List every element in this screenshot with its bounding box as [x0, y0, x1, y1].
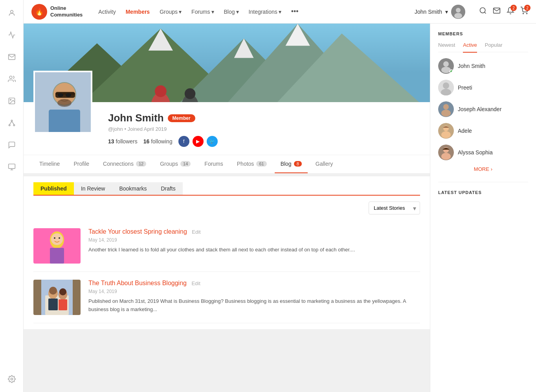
blog-subtabs: Published In Review Bookmarks Drafts	[33, 182, 420, 196]
member-tab-active[interactable]: Active	[463, 42, 477, 53]
blog-post-2-edit[interactable]: Edit	[191, 280, 200, 286]
sidebar-groups-icon[interactable]	[5, 72, 19, 86]
facebook-icon[interactable]: f	[178, 136, 189, 147]
connections-badge: 12	[136, 161, 146, 167]
groups-badge: 14	[180, 161, 191, 167]
twitter-icon[interactable]: 🐦	[207, 136, 218, 147]
svg-rect-53	[48, 299, 58, 310]
logo[interactable]: 🔥 Online Communities	[31, 4, 83, 20]
member-item-preeti[interactable]: Preeti	[438, 80, 528, 95]
nav-user[interactable]: John Smith ▾	[415, 5, 465, 19]
nav-more[interactable]: •••	[291, 7, 299, 16]
sidebar-settings-icon[interactable]	[5, 372, 19, 386]
svg-point-61	[443, 82, 449, 89]
svg-point-40	[66, 93, 71, 97]
subtab-drafts[interactable]: Drafts	[154, 182, 182, 195]
sidebar-divider	[438, 182, 528, 182]
profile-avatar	[33, 71, 92, 134]
forums-chevron-icon: ▾	[211, 9, 214, 15]
nav-groups[interactable]: Groups ▾	[160, 9, 182, 15]
svg-point-15	[454, 13, 462, 18]
notifications-button[interactable]: 2	[507, 7, 514, 16]
tab-gallery[interactable]: Gallery	[310, 155, 339, 173]
member-item-john-smith[interactable]: John Smith	[438, 58, 528, 74]
left-sidebar	[0, 0, 24, 392]
sidebar-monitor-icon[interactable]	[5, 160, 19, 174]
svg-point-14	[456, 8, 461, 13]
member-name-joseph: Joseph Alexander	[458, 106, 501, 112]
top-navigation: 🔥 Online Communities Activity Members Gr…	[24, 0, 536, 24]
member-tab-newest[interactable]: Newest	[438, 42, 455, 48]
blog-section: Published In Review Bookmarks Drafts Lat…	[24, 176, 430, 329]
sidebar-connections-icon[interactable]	[5, 116, 19, 130]
member-avatar-alyssa	[438, 145, 454, 160]
blog-post-2-title[interactable]: The Truth About Business Blogging Edit	[88, 280, 420, 287]
svg-line-7	[9, 121, 12, 125]
svg-point-47	[54, 237, 55, 239]
member-name-preeti: Preeti	[458, 84, 472, 91]
svg-point-18	[523, 13, 524, 14]
sidebar-photo-icon[interactable]	[5, 94, 19, 108]
blog-post-1: Tackle Your closest Spring cleaning Edit…	[33, 220, 420, 272]
svg-point-68	[441, 131, 451, 138]
blog-post-2-content: The Truth About Business Blogging Edit M…	[88, 280, 420, 315]
member-item-alyssa[interactable]: Alyssa Sophia	[438, 145, 528, 160]
nav-forums[interactable]: Forums ▾	[191, 9, 214, 15]
tab-blog[interactable]: Blog 8	[275, 155, 308, 173]
profile-stats: 13 followers 16 following f ▶ 🐦	[108, 136, 420, 147]
blog-post-1-title[interactable]: Tackle Your closest Spring cleaning Edit	[88, 228, 420, 235]
integrations-chevron-icon: ▾	[279, 9, 281, 15]
svg-point-39	[58, 93, 63, 97]
nav-blog[interactable]: Blog ▾	[224, 9, 239, 15]
members-more-button[interactable]: MORE ›	[438, 166, 528, 172]
sidebar-inbox-icon[interactable]	[5, 50, 19, 64]
cart-button[interactable]: 2	[520, 7, 528, 16]
member-name-adele: Adele	[458, 128, 472, 134]
member-name-john-smith: John Smith	[458, 63, 485, 69]
subtab-bookmarks[interactable]: Bookmarks	[112, 182, 154, 195]
svg-point-65	[441, 110, 451, 117]
blog-post-1-edit[interactable]: Edit	[192, 229, 200, 235]
blog-post-1-content: Tackle Your closest Spring cleaning Edit…	[88, 228, 420, 264]
blog-chevron-icon: ▾	[236, 9, 239, 15]
profile-meta: @john • Joined April 2019	[108, 126, 420, 132]
svg-point-41	[57, 99, 72, 107]
member-item-adele[interactable]: Adele	[438, 123, 528, 139]
nav-members[interactable]: Members	[126, 9, 150, 15]
svg-point-30	[155, 85, 167, 97]
tab-timeline[interactable]: Timeline	[33, 155, 66, 173]
profile-tabs: Timeline Profile Connections 12 Groups 1…	[24, 155, 430, 173]
member-tab-popular[interactable]: Popular	[485, 42, 503, 48]
svg-point-19	[527, 13, 527, 14]
svg-point-4	[11, 120, 12, 121]
tab-forums[interactable]: Forums	[198, 155, 229, 173]
followers-link[interactable]: 13 followers	[108, 138, 138, 145]
youtube-icon[interactable]: ▶	[193, 136, 204, 147]
nav-activity[interactable]: Activity	[98, 9, 116, 15]
tab-photos[interactable]: Photos 61	[231, 155, 273, 173]
sidebar-activity-icon[interactable]	[5, 28, 19, 42]
groups-chevron-icon: ▾	[179, 9, 182, 15]
svg-point-0	[10, 10, 13, 13]
blog-post-1-date: May 14, 2019	[88, 237, 420, 243]
member-avatar-adele	[438, 123, 454, 139]
sidebar-user-icon[interactable]	[5, 6, 19, 20]
nav-integrations[interactable]: Integrations ▾	[249, 9, 281, 15]
tab-connections[interactable]: Connections 12	[97, 155, 152, 173]
mail-button[interactable]	[493, 7, 501, 16]
member-item-joseph[interactable]: Joseph Alexander	[438, 101, 528, 117]
user-chevron-icon: ▾	[445, 9, 448, 15]
search-button[interactable]	[479, 7, 487, 16]
subtab-in-review[interactable]: In Review	[74, 182, 112, 195]
sort-dropdown[interactable]: Latest Stories Oldest Stories Most Viewe…	[369, 201, 420, 214]
photos-badge: 61	[256, 161, 266, 167]
latest-updates-section: LATEST UPDATES	[438, 190, 528, 195]
latest-updates-title: LATEST UPDATES	[438, 190, 528, 195]
tab-groups[interactable]: Groups 14	[154, 155, 196, 173]
subtab-published[interactable]: Published	[33, 182, 74, 195]
svg-rect-56	[59, 299, 67, 310]
following-link[interactable]: 16 following	[143, 138, 173, 145]
sidebar-chat-icon[interactable]	[5, 138, 19, 152]
svg-point-46	[51, 233, 63, 245]
tab-profile[interactable]: Profile	[68, 155, 95, 173]
